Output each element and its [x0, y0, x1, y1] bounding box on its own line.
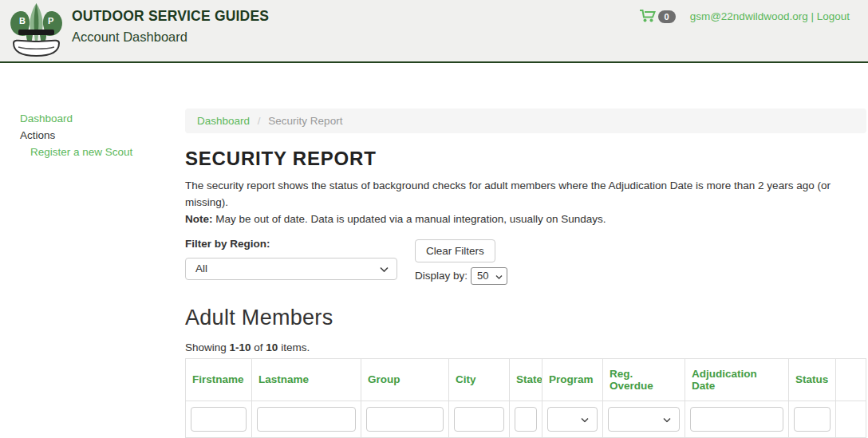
table-filter-row — [186, 401, 866, 437]
filter-state-input[interactable] — [515, 407, 537, 432]
chevron-down-icon — [581, 413, 589, 425]
user-email-link[interactable]: gsm@22ndwildwood.org — [690, 10, 808, 22]
chevron-down-icon — [663, 413, 671, 425]
adult-members-table: Firstname Lastname Group City State Prog… — [185, 358, 866, 438]
filter-status-input[interactable] — [794, 407, 831, 432]
col-header-lastname[interactable]: Lastname — [252, 358, 361, 401]
sidebar-item-register-scout[interactable]: Register a new Scout — [20, 144, 185, 160]
col-header-group[interactable]: Group — [361, 358, 449, 401]
region-filter-select[interactable]: All — [185, 258, 397, 280]
cart-count-badge[interactable]: 0 — [658, 10, 676, 23]
filter-lastname-input[interactable] — [257, 407, 356, 432]
link-separator: | — [808, 10, 817, 22]
page-title: SECURITY REPORT — [185, 148, 866, 170]
filter-group-input[interactable] — [366, 407, 444, 432]
filter-city-input[interactable] — [454, 407, 504, 432]
col-header-reg-overdue[interactable]: Reg. Overdue — [603, 358, 685, 401]
svg-text:B: B — [19, 16, 26, 26]
adult-members-heading: Adult Members — [185, 306, 866, 330]
col-header-actions — [836, 358, 866, 401]
report-description: The security report shows the status of … — [185, 178, 866, 228]
display-by-select[interactable]: 50 — [471, 267, 507, 285]
logout-link[interactable]: Logout — [817, 10, 850, 22]
display-by-label: Display by: — [415, 270, 468, 282]
sidebar-nav: Dashboard Actions Register a new Scout — [0, 63, 185, 438]
chevron-down-icon — [495, 270, 503, 282]
breadcrumb-dashboard-link[interactable]: Dashboard — [197, 115, 250, 127]
breadcrumb-separator: / — [258, 115, 261, 127]
filter-firstname-input[interactable] — [191, 407, 247, 432]
breadcrumb: Dashboard / Security Report — [185, 109, 866, 133]
brand-block: OUTDOOR SERVICE GUIDES Account Dashboard — [72, 8, 269, 45]
clear-filters-button[interactable]: Clear Filters — [415, 239, 495, 262]
filter-program-select[interactable] — [547, 407, 598, 432]
results-summary: Showing 1-10 of 10 items. — [185, 341, 866, 353]
sidebar-item-dashboard[interactable]: Dashboard — [20, 110, 185, 127]
display-by-value: 50 — [477, 270, 488, 282]
col-header-status[interactable]: Status — [789, 358, 836, 401]
col-header-program[interactable]: Program — [542, 358, 603, 401]
filter-bar: Filter by Region: All Clear Filters Disp… — [185, 238, 866, 285]
breadcrumb-current: Security Report — [268, 115, 342, 127]
osg-fleur-de-lis-logo: B P — [7, 3, 65, 59]
filter-reg-overdue-select[interactable] — [608, 407, 680, 432]
col-header-state[interactable]: State — [510, 358, 542, 401]
description-line: The security report shows the status of … — [185, 180, 831, 208]
col-header-firstname[interactable]: Firstname — [186, 358, 252, 401]
cart-icon[interactable] — [640, 10, 656, 23]
region-filter-label: Filter by Region: — [185, 238, 415, 250]
chevron-down-icon — [380, 262, 389, 274]
app-subtitle: Account Dashboard — [72, 30, 269, 45]
app-header: B P OUTDOOR SERVICE GUIDES Account Dashb… — [0, 0, 868, 63]
col-header-city[interactable]: City — [449, 358, 510, 401]
svg-text:P: P — [48, 16, 53, 26]
app-title: OUTDOOR SERVICE GUIDES — [72, 8, 269, 25]
filter-adjudication-date-input[interactable] — [690, 407, 783, 432]
sidebar-section-actions: Actions — [20, 127, 185, 144]
region-selected-value: All — [195, 262, 207, 274]
col-header-adjudication-date[interactable]: Adjudication Date — [685, 358, 789, 401]
note-label: Note: — [185, 213, 213, 225]
table-header-row: Firstname Lastname Group City State Prog… — [186, 358, 866, 401]
note-text: May be out of date. Data is updated via … — [213, 213, 606, 225]
